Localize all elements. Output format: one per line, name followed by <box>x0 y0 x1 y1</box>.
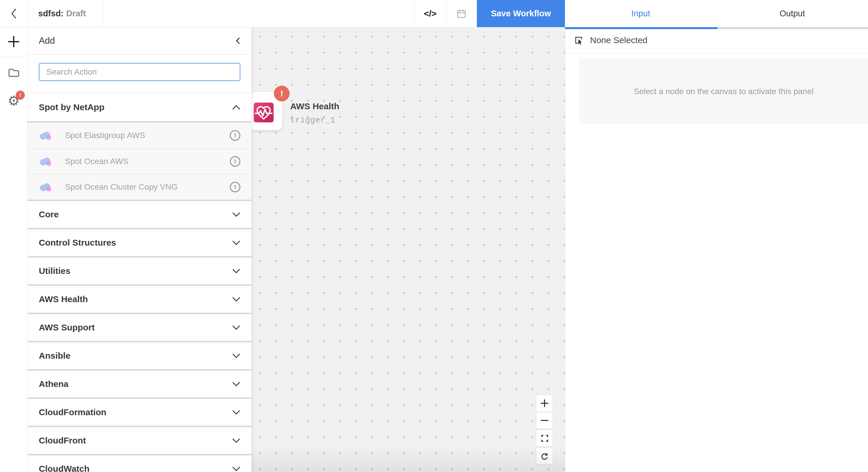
action-item-label: Spot Ocean Cluster Copy VNG <box>65 182 230 192</box>
inspector-header: None Selected <box>565 27 868 53</box>
section-header-cloudfront[interactable]: CloudFront <box>28 427 251 454</box>
action-item-spot-ocean-cluster-copy-vng[interactable]: Spot Ocean Cluster Copy VNG ! <box>28 174 251 200</box>
spot-cloud-icon <box>39 157 52 166</box>
chevron-left-icon <box>236 37 240 44</box>
zoom-out-button[interactable] <box>536 412 553 429</box>
chevron-down-icon <box>232 382 240 386</box>
section-items: Spot Elastigroup AWS ! Spot Ocean AWS ! … <box>28 121 251 200</box>
plus-icon <box>540 399 549 408</box>
chevron-down-icon <box>232 240 240 245</box>
section-label: AWS Support <box>39 323 95 332</box>
section-label: Control Structures <box>39 238 116 248</box>
inspector-tabs: Input Output <box>565 0 868 27</box>
section-header-athena[interactable]: Athena <box>28 371 251 397</box>
workflow-editor: sdfsd: Draft </> Save Workflow Input Out… <box>0 0 868 472</box>
section-header-cloudformation[interactable]: CloudFormation <box>28 399 251 426</box>
schedule-button[interactable] <box>446 0 477 27</box>
section-label: CloudWatch <box>39 464 90 472</box>
folder-icon <box>8 67 20 78</box>
warning-circle-icon[interactable]: ! <box>230 130 240 141</box>
section-header-ansible[interactable]: Ansible <box>28 342 251 369</box>
section-ansible: Ansible <box>28 341 251 369</box>
back-button[interactable] <box>0 0 28 27</box>
code-icon: </> <box>424 9 436 19</box>
chevron-up-icon <box>232 105 240 110</box>
tab-output[interactable]: Output <box>717 0 868 27</box>
action-item-label: Spot Ocean AWS <box>65 157 230 166</box>
section-header-aws-support[interactable]: AWS Support <box>28 314 251 341</box>
warning-circle-icon[interactable]: ! <box>230 156 240 167</box>
section-header-aws-health[interactable]: AWS Health <box>28 286 251 313</box>
section-aws-health: AWS Health <box>28 284 251 313</box>
section-header-cloudwatch[interactable]: CloudWatch <box>28 456 251 472</box>
topbar-spacer <box>103 0 414 27</box>
plus-icon <box>7 35 20 48</box>
section-label: Utilities <box>39 266 70 276</box>
section-utilities: Utilities <box>28 256 251 284</box>
section-spot-by-netapp: Spot by NetApp Spot Elastigroup AWS ! Sp… <box>28 93 251 200</box>
workflow-canvas[interactable]: ! AWS Health trigger_1 <box>251 27 565 472</box>
spot-cloud-icon <box>39 182 52 192</box>
node-error-badge[interactable]: ! <box>274 86 290 101</box>
code-view-button[interactable]: </> <box>414 0 446 27</box>
minus-icon <box>540 416 549 425</box>
chevron-down-icon <box>232 467 240 471</box>
section-control-structures: Control Structures <box>28 228 251 256</box>
settings-alert-badge: ! <box>16 91 25 100</box>
panel-header: Add <box>28 27 251 55</box>
back-chevron-icon <box>10 8 17 20</box>
chevron-down-icon <box>232 410 240 415</box>
node-title: AWS Health <box>290 101 339 111</box>
action-item-label: Spot Elastigroup AWS <box>65 131 230 140</box>
workflows-folder-button[interactable] <box>0 59 27 87</box>
aws-health-node-icon <box>254 103 274 122</box>
section-athena: Athena <box>28 369 251 397</box>
chevron-down-icon <box>232 353 240 358</box>
top-bar: sdfsd: Draft </> Save Workflow Input Out… <box>0 0 868 27</box>
section-label: Athena <box>39 379 68 389</box>
inspector-header-label: None Selected <box>590 35 648 45</box>
tab-output-label: Output <box>780 9 805 19</box>
workflow-name: sdfsd: <box>38 9 64 19</box>
action-item-spot-ocean-aws[interactable]: Spot Ocean AWS ! <box>28 148 251 174</box>
section-header-control-structures[interactable]: Control Structures <box>28 229 251 256</box>
zoom-in-button[interactable] <box>536 395 553 412</box>
left-icon-rail: ⚙ ! <box>0 27 28 472</box>
chevron-down-icon <box>232 325 240 330</box>
chevron-down-icon <box>232 269 240 274</box>
workflow-status: Draft <box>66 9 86 19</box>
section-cloudwatch: CloudWatch <box>28 454 251 472</box>
tab-input-active-underline <box>565 27 717 29</box>
tab-output-inactive-underline <box>717 27 868 29</box>
heartbeat-icon <box>254 103 273 122</box>
warning-circle-icon[interactable]: ! <box>230 182 240 192</box>
node-id: trigger_1 <box>290 116 335 125</box>
section-header-core[interactable]: Core <box>28 201 251 228</box>
tab-input[interactable]: Input <box>565 0 717 27</box>
section-header-spot-by-netapp[interactable]: Spot by NetApp <box>28 93 251 121</box>
save-workflow-button[interactable]: Save Workflow <box>477 0 565 27</box>
add-actions-panel: Add Spot by NetApp Spot Elastigroup AWS … <box>28 27 251 472</box>
chevron-down-icon <box>232 297 240 302</box>
tab-input-label: Input <box>631 9 650 19</box>
inspector-empty-state: Select a node on the canvas to activate … <box>579 59 868 125</box>
section-header-utilities[interactable]: Utilities <box>28 258 251 284</box>
fullscreen-icon <box>540 434 549 443</box>
chevron-down-icon <box>232 212 240 217</box>
collapse-panel-button[interactable] <box>236 37 240 44</box>
section-label: CloudFront <box>39 436 86 445</box>
action-item-spot-elastigroup-aws[interactable]: Spot Elastigroup AWS ! <box>28 123 251 148</box>
canvas-bottom-shadow <box>251 446 565 472</box>
section-label: AWS Health <box>39 294 88 304</box>
section-aws-support: AWS Support <box>28 313 251 341</box>
section-core: Core <box>28 200 251 228</box>
add-node-button[interactable] <box>0 27 27 56</box>
settings-button[interactable]: ⚙ ! <box>0 87 27 114</box>
section-cloudformation: CloudFormation <box>28 397 251 426</box>
spot-cloud-icon <box>39 131 52 140</box>
search-wrap <box>28 55 251 93</box>
fit-view-button[interactable] <box>536 430 553 447</box>
section-label: Core <box>39 209 59 220</box>
section-cloudfront: CloudFront <box>28 426 251 454</box>
search-action-input[interactable] <box>39 63 240 81</box>
